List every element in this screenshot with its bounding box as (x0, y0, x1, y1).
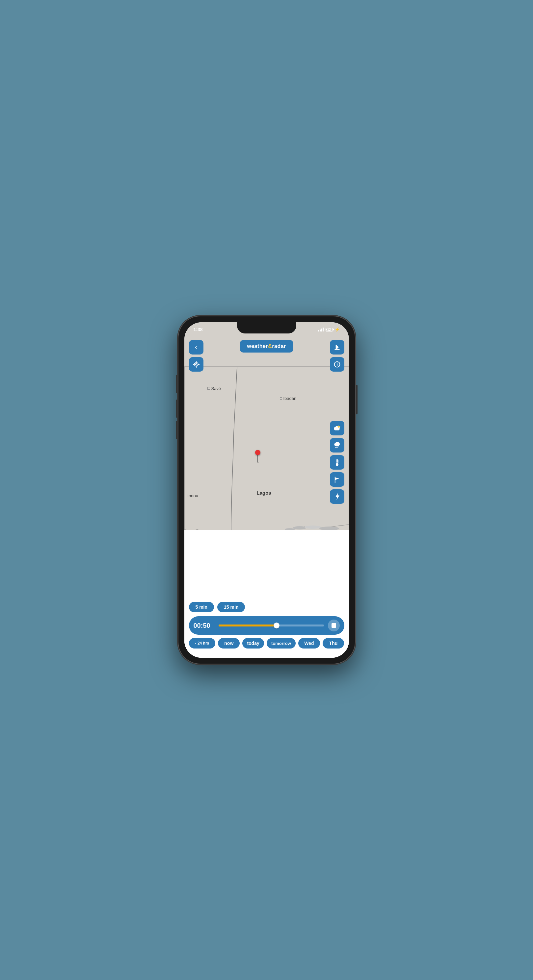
progress-thumb[interactable] (274, 622, 279, 628)
info-button[interactable] (330, 357, 345, 372)
status-bar: 1:38 12 ⚡ (184, 322, 349, 337)
bottom-panel: 5 min 15 min 00:50 - 24 hrs now today t (184, 597, 349, 658)
svg-point-4 (319, 527, 339, 530)
status-icons: 12 ⚡ (318, 327, 340, 332)
battery-icon: 12 (326, 328, 333, 331)
app-title-text: weather&radar (247, 343, 286, 349)
label-ibadan: Ibadan (280, 396, 297, 401)
svg-point-5 (195, 364, 197, 365)
svg-rect-25 (337, 461, 337, 465)
day-buttons: - 24 hrs now today tomorrow Wed Thu (189, 638, 345, 649)
back-button[interactable]: ‹ (189, 340, 203, 355)
wed-button[interactable]: Wed (298, 638, 320, 649)
thu-button[interactable]: Thu (322, 638, 345, 649)
charging-icon: ⚡ (335, 327, 340, 332)
5min-button[interactable]: 5 min (189, 602, 214, 612)
15min-button[interactable]: 15 min (217, 602, 245, 612)
tomorrow-button[interactable]: tomorrow (266, 638, 296, 649)
progress-fill (219, 625, 276, 627)
info-icon (334, 361, 340, 368)
share-icon (334, 344, 340, 350)
lightning-layer-button[interactable] (330, 489, 345, 504)
label-cotonou: tonou (188, 493, 198, 498)
current-time-display: 00:50 (193, 622, 215, 630)
phone-screen: 1:38 12 ⚡ (184, 322, 349, 658)
minus24hrs-button[interactable]: - 24 hrs (189, 638, 215, 649)
label-lagos: Lagos (257, 490, 271, 496)
ampersand: & (268, 343, 272, 349)
progress-row: 00:50 (189, 616, 345, 635)
location-button[interactable] (189, 357, 203, 372)
layer-controls (330, 421, 345, 504)
thermometer-icon (335, 458, 340, 466)
app-title-button[interactable]: weather&radar (240, 340, 293, 353)
map-pin (255, 450, 260, 463)
label-save: Savé (207, 386, 221, 391)
top-right-controls (330, 340, 345, 372)
svg-point-2 (293, 526, 306, 530)
svg-marker-0 (184, 367, 349, 535)
stop-button[interactable] (328, 620, 340, 632)
time-interval-buttons: 5 min 15 min (189, 602, 345, 612)
battery-label: 12 (327, 328, 331, 331)
stop-icon (332, 623, 336, 628)
progress-track[interactable] (219, 625, 324, 627)
share-button[interactable] (330, 340, 345, 355)
today-button[interactable]: today (242, 638, 264, 649)
svg-point-21 (336, 442, 340, 446)
location-icon (193, 361, 199, 368)
signal-icon (318, 328, 324, 331)
svg-point-3 (305, 525, 321, 529)
now-button[interactable]: now (218, 638, 240, 649)
rain-layer-button[interactable] (330, 438, 345, 452)
phone-frame: 1:38 12 ⚡ (178, 316, 356, 664)
wind-flag-icon (334, 476, 341, 483)
rain-icon (334, 442, 340, 449)
svg-point-6 (194, 363, 198, 366)
svg-point-14 (338, 426, 340, 428)
weather-layer-button[interactable] (330, 421, 345, 436)
weather-layer-icon (334, 425, 341, 431)
temp-layer-button[interactable] (330, 455, 345, 469)
top-left-controls: ‹ (189, 340, 203, 372)
lightning-icon (334, 493, 340, 501)
wind-layer-button[interactable] (330, 472, 345, 487)
status-time: 1:38 (193, 327, 203, 332)
